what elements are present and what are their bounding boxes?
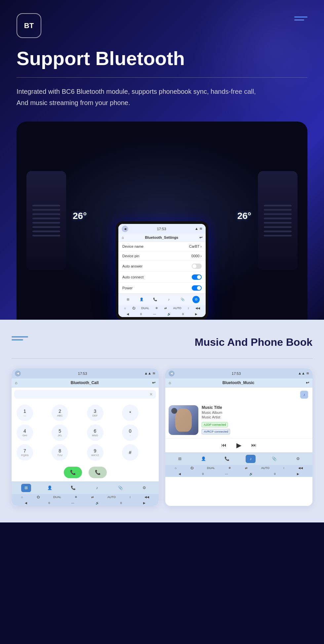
temp-num-left: 0 — [140, 312, 142, 316]
device-pin-row[interactable]: Device pin 0000 › — [118, 251, 206, 261]
call-screen-title: Bluetooth_Call — [71, 380, 99, 385]
auto-connect-toggle[interactable] — [192, 274, 202, 280]
dial-4[interactable]: 4GHI — [17, 424, 33, 441]
hero-title: Support Bluetooth — [17, 48, 307, 69]
music-artist: Music Artist — [202, 415, 309, 419]
climate-sync[interactable]: ⇄ — [164, 306, 167, 310]
call-nav-user[interactable]: 👤 — [45, 484, 55, 492]
auto-answer-toggle[interactable] — [192, 264, 202, 269]
right-vent — [258, 171, 298, 270]
nav-clip-icon[interactable]: 📎 — [179, 296, 186, 303]
nav-user-icon[interactable]: 👤 — [138, 296, 145, 303]
auto-answer-row[interactable]: Auto answer — [118, 261, 206, 272]
auto-connect-row[interactable]: Auto connect — [118, 272, 206, 283]
dial-star[interactable]: * — [122, 405, 139, 421]
vol-icon[interactable]: 🔊 — [167, 312, 171, 316]
call-back-icon[interactable]: ↩ — [152, 380, 155, 385]
music-bottom-nav: ⊞ 👤 📞 ♪ 📎 ⚙ — [165, 452, 312, 465]
call-back-btn[interactable]: ◀ — [15, 371, 21, 376]
cc-vol[interactable]: ◀◀ — [144, 495, 149, 499]
call-nav-settings[interactable]: ⚙ — [139, 484, 149, 492]
section-header: Music And Phone Book — [12, 336, 312, 348]
dial-5[interactable]: 5JKL — [52, 424, 68, 441]
screen-back-icon[interactable]: ◀ — [122, 226, 128, 232]
cc-mode[interactable]: ⇄ — [91, 495, 94, 499]
device-name-row[interactable]: Device name CarBT › — [118, 242, 206, 251]
call-nav-clip[interactable]: 📎 — [116, 484, 126, 492]
dial-9[interactable]: 9WXYZ — [87, 444, 103, 461]
climate-home[interactable]: ⌂ — [124, 306, 126, 310]
nav-phone-icon[interactable]: 📞 — [151, 296, 159, 303]
call-nav-phone[interactable]: 📞 — [68, 484, 78, 492]
music-nav-apps[interactable]: ⊞ — [175, 455, 185, 463]
screen-time: 17:53 — [157, 227, 166, 231]
album-art — [169, 405, 198, 435]
dial-1[interactable]: 1— — [17, 405, 33, 421]
music-back-btn[interactable]: ◀ — [169, 371, 175, 376]
dial-8[interactable]: 8TUV — [52, 444, 68, 461]
settings-list: Device name CarBT › Device pin 0000 › Au… — [118, 242, 206, 294]
call-action-buttons: 📞 📞 — [12, 464, 159, 482]
hero-header: BT — [17, 13, 307, 38]
redial-button[interactable]: 📞 — [89, 467, 107, 478]
dial-7[interactable]: 7PQRS — [17, 444, 33, 461]
mc-vol[interactable]: ◀◀ — [298, 466, 303, 470]
climate-power[interactable]: ⏻ — [132, 306, 135, 310]
mc-mode[interactable]: ⇄ — [245, 466, 248, 470]
call-time: 17:53 — [78, 372, 87, 376]
bt-logo: BT — [17, 13, 41, 38]
menu-line-2 — [294, 19, 304, 20]
music-screen-card: ◀ 17:53 ▲▲ ≋ ⌂ Bluetooth_Music ↩ ♪ — [165, 369, 312, 506]
hamburger-menu[interactable] — [294, 13, 307, 20]
music-nav-phone[interactable]: 📞 — [222, 455, 232, 463]
dial-hash[interactable]: # — [122, 444, 139, 461]
climate-vol[interactable]: ◀◀ — [195, 306, 200, 310]
call-nav-apps[interactable]: ⊞ — [21, 484, 31, 492]
nav-apps-icon[interactable]: ⊞ — [124, 296, 132, 303]
power-row[interactable]: Power — [118, 283, 206, 294]
music-album: Music Album — [202, 411, 309, 414]
dial-2[interactable]: 2ABC — [52, 405, 68, 421]
clear-search-icon[interactable]: ✕ — [149, 392, 153, 397]
climate-mode[interactable]: ↕ — [187, 306, 189, 310]
cc-power[interactable]: ⏻ — [37, 495, 40, 499]
next-track-button[interactable]: ⏭ — [251, 442, 257, 448]
cc-fan[interactable]: ❄ — [75, 495, 77, 499]
power-toggle[interactable] — [192, 285, 202, 291]
music-nav-user[interactable]: 👤 — [198, 455, 208, 463]
music-screen-title: Bluetooth_Music — [223, 380, 255, 385]
screen-signal-icons: ▲ ≋ — [195, 227, 202, 231]
mc-home[interactable]: ⌂ — [175, 466, 177, 470]
mc-arrow[interactable]: ↕ — [283, 466, 285, 470]
music-note-icon[interactable]: ♪ — [300, 391, 308, 399]
call-search-bar[interactable]: ✕ — [14, 390, 156, 399]
music-nav-music[interactable]: ♪ — [246, 455, 256, 463]
climate-fan[interactable]: ❄ — [155, 306, 158, 310]
call-nav-music[interactable]: ♪ — [92, 484, 102, 492]
mc-power[interactable]: ⏻ — [190, 466, 193, 470]
search-placeholder — [18, 392, 19, 397]
nav-music-icon[interactable]: ♪ — [165, 296, 173, 303]
play-pause-button[interactable]: ▶ — [236, 441, 241, 449]
dial-0[interactable]: 0- — [122, 424, 139, 441]
cc-arrow[interactable]: ↕ — [129, 495, 131, 499]
music-back-icon[interactable]: ↩ — [306, 380, 309, 385]
screen-back-nav-icon[interactable]: ↩ — [199, 235, 202, 240]
music-info: Music Title Music Album Music Artist A2D… — [202, 405, 309, 435]
screen-home-icon[interactable]: ⌂ — [122, 235, 124, 239]
call-temp-row: ◀0—🔊0▶ — [12, 500, 159, 506]
dial-6[interactable]: 6MNO — [87, 424, 103, 441]
prev-icon[interactable]: ◀ — [127, 312, 129, 316]
music-nav-clip[interactable]: 📎 — [269, 455, 279, 463]
call-home-icon[interactable]: ⌂ — [15, 380, 17, 385]
answer-call-button[interactable]: 📞 — [64, 467, 82, 478]
prev-track-button[interactable]: ⏮ — [221, 442, 226, 448]
nav-settings-icon[interactable]: ⚙ — [192, 296, 200, 303]
car-center-screen[interactable]: ◀ 17:53 ▲ ≋ ⌂ Bluetooth_Settings ↩ Devic… — [116, 221, 208, 320]
mc-fan[interactable]: ❄ — [228, 466, 231, 470]
music-nav-settings[interactable]: ⚙ — [293, 455, 303, 463]
music-home-icon[interactable]: ⌂ — [169, 380, 171, 385]
dial-3[interactable]: 3DEF — [87, 405, 103, 421]
cc-home[interactable]: ⌂ — [21, 495, 23, 499]
next-icon[interactable]: ▶ — [195, 312, 197, 316]
